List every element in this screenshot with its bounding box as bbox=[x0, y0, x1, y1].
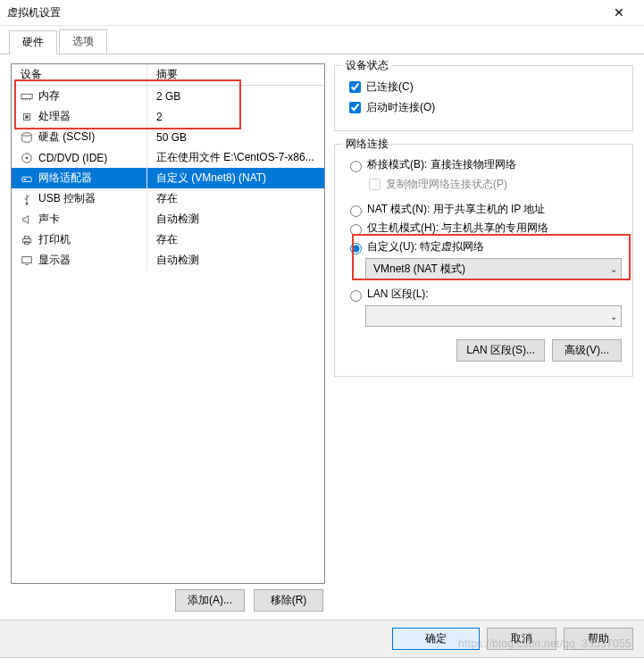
table-row[interactable]: 打印机存在 bbox=[12, 229, 324, 250]
device-name: 处理器 bbox=[38, 109, 71, 124]
chk-connect-poweron-label: 启动时连接(O) bbox=[366, 100, 435, 115]
radio-hostonly[interactable]: 仅主机模式(H): 与主机共享的专用网络 bbox=[346, 221, 622, 236]
left-pane: 设备 摘要 内存2 GB处理器2硬盘 (SCSI)50 GBCD/DVD (ID… bbox=[11, 63, 325, 612]
help-button[interactable]: 帮助 bbox=[564, 628, 633, 650]
chk-replicate: 复制物理网络连接状态(P) bbox=[365, 176, 622, 193]
device-name: 网络适配器 bbox=[38, 171, 92, 186]
device-summary: 50 GB bbox=[147, 127, 324, 147]
radio-custom[interactable]: 自定义(U): 特定虚拟网络 bbox=[346, 239, 622, 254]
chk-replicate-label: 复制物理网络连接状态(P) bbox=[386, 177, 507, 192]
table-row[interactable]: 网络适配器自定义 (VMnet8) (NAT) bbox=[12, 168, 324, 188]
printer-icon bbox=[21, 234, 33, 246]
device-buttons: 添加(A)... 移除(R) bbox=[11, 584, 325, 612]
network-extra-buttons: LAN 区段(S)... 高级(V)... bbox=[346, 339, 622, 362]
radio-custom-input[interactable] bbox=[350, 243, 362, 254]
footer: 确定 取消 帮助 bbox=[0, 620, 644, 657]
radio-custom-label: 自定义(U): 特定虚拟网络 bbox=[367, 239, 484, 254]
window-title: 虚拟机设置 bbox=[7, 5, 601, 21]
device-summary: 存在 bbox=[147, 188, 324, 209]
group-title-netconn: 网络连接 bbox=[342, 137, 392, 152]
radio-nat-label: NAT 模式(N): 用于共享主机的 IP 地址 bbox=[367, 202, 545, 217]
cancel-button[interactable]: 取消 bbox=[487, 628, 556, 650]
device-name: 内存 bbox=[38, 88, 60, 104]
svg-rect-6 bbox=[25, 115, 29, 119]
table-row[interactable]: 声卡自动检测 bbox=[12, 209, 324, 229]
chk-connected[interactable]: 已连接(C) bbox=[346, 79, 622, 96]
advanced-button[interactable]: 高级(V)... bbox=[552, 339, 622, 362]
device-name: CD/DVD (IDE) bbox=[38, 152, 107, 164]
table-row[interactable]: 硬盘 (SCSI)50 GB bbox=[12, 127, 324, 147]
svg-rect-10 bbox=[22, 177, 32, 181]
header-summary[interactable]: 摘要 bbox=[147, 64, 324, 85]
device-summary: 自定义 (VMnet8) (NAT) bbox=[147, 168, 324, 188]
custom-network-combo[interactable]: VMnet8 (NAT 模式) ⌄ bbox=[365, 258, 622, 279]
table-row[interactable]: 处理器2 bbox=[12, 106, 324, 127]
device-table: 设备 摘要 内存2 GB处理器2硬盘 (SCSI)50 GBCD/DVD (ID… bbox=[11, 63, 325, 584]
custom-combo-wrap: VMnet8 (NAT 模式) ⌄ bbox=[365, 258, 622, 279]
tab-hardware[interactable]: 硬件 bbox=[9, 30, 57, 54]
radio-nat[interactable]: NAT 模式(N): 用于共享主机的 IP 地址 bbox=[346, 202, 622, 217]
disk-icon bbox=[21, 131, 33, 144]
radio-hostonly-input[interactable] bbox=[350, 224, 362, 236]
svg-point-12 bbox=[26, 202, 29, 204]
table-row[interactable]: USB 控制器存在 bbox=[12, 188, 324, 209]
titlebar: 虚拟机设置 ✕ bbox=[0, 0, 644, 26]
group-device-status: 设备状态 已连接(C) 启动时连接(O) bbox=[334, 65, 633, 131]
svg-point-7 bbox=[22, 132, 32, 136]
sound-icon bbox=[21, 213, 33, 226]
lan-segment-combo: ⌄ bbox=[365, 305, 622, 327]
table-row[interactable]: CD/DVD (IDE)正在使用文件 E:\CentOS-7-x86... bbox=[12, 147, 324, 168]
device-name: 显示器 bbox=[38, 253, 71, 268]
table-row[interactable]: 显示器自动检测 bbox=[12, 250, 324, 271]
chk-connect-poweron-box[interactable] bbox=[349, 102, 361, 113]
table-header: 设备 摘要 bbox=[12, 64, 324, 86]
chk-connect-poweron[interactable]: 启动时连接(O) bbox=[346, 99, 622, 116]
device-name: USB 控制器 bbox=[38, 191, 96, 206]
device-summary: 正在使用文件 E:\CentOS-7-x86... bbox=[147, 147, 324, 168]
lan-segments-button[interactable]: LAN 区段(S)... bbox=[456, 339, 545, 362]
remove-button[interactable]: 移除(R) bbox=[254, 589, 323, 612]
device-summary: 2 GB bbox=[147, 86, 324, 106]
radio-lan-segment[interactable]: LAN 区段(L): bbox=[346, 287, 622, 302]
custom-network-value: VMnet8 (NAT 模式) bbox=[373, 262, 465, 277]
radio-lan-input[interactable] bbox=[350, 290, 362, 302]
chevron-down-icon: ⌄ bbox=[610, 264, 617, 274]
radio-nat-input[interactable] bbox=[350, 205, 362, 217]
lan-combo-wrap: ⌄ bbox=[365, 305, 622, 327]
cd-icon bbox=[21, 152, 33, 164]
radio-bridged-input[interactable] bbox=[350, 161, 362, 172]
vm-settings-window: 虚拟机设置 ✕ 硬件 选项 设备 摘要 内存2 GB处理器2硬盘 (SCSI)5… bbox=[0, 0, 644, 658]
svg-rect-11 bbox=[24, 179, 27, 180]
device-summary: 自动检测 bbox=[147, 209, 324, 229]
tab-options[interactable]: 选项 bbox=[59, 29, 107, 54]
device-summary: 2 bbox=[147, 106, 324, 127]
close-icon[interactable]: ✕ bbox=[601, 0, 637, 25]
device-summary: 存在 bbox=[147, 229, 324, 250]
chk-connected-box[interactable] bbox=[349, 81, 361, 93]
svg-rect-14 bbox=[24, 236, 29, 238]
tabs: 硬件 选项 bbox=[0, 26, 644, 54]
add-button[interactable]: 添加(A)... bbox=[175, 589, 245, 612]
svg-point-9 bbox=[26, 156, 29, 159]
device-name: 打印机 bbox=[38, 232, 71, 247]
table-body: 内存2 GB处理器2硬盘 (SCSI)50 GBCD/DVD (IDE)正在使用… bbox=[12, 86, 324, 583]
usb-icon bbox=[21, 193, 33, 205]
radio-bridged[interactable]: 桥接模式(B): 直接连接物理网络 bbox=[346, 157, 622, 172]
device-summary: 自动检测 bbox=[147, 250, 324, 271]
display-icon bbox=[21, 254, 33, 267]
device-name: 硬盘 (SCSI) bbox=[38, 129, 95, 145]
ok-button[interactable]: 确定 bbox=[392, 628, 480, 650]
table-row[interactable]: 内存2 GB bbox=[12, 86, 324, 106]
chevron-down-icon: ⌄ bbox=[610, 312, 617, 321]
device-name: 声卡 bbox=[38, 212, 60, 227]
header-device[interactable]: 设备 bbox=[12, 64, 147, 85]
radio-hostonly-label: 仅主机模式(H): 与主机共享的专用网络 bbox=[367, 221, 548, 236]
svg-rect-16 bbox=[22, 256, 32, 262]
content: 设备 摘要 内存2 GB处理器2硬盘 (SCSI)50 GBCD/DVD (ID… bbox=[0, 54, 644, 612]
radio-lan-label: LAN 区段(L): bbox=[367, 287, 429, 302]
right-pane: 设备状态 已连接(C) 启动时连接(O) 网络连接 桥接模式(B): 直接连接物… bbox=[334, 63, 633, 612]
svg-rect-0 bbox=[21, 94, 32, 98]
chk-connected-label: 已连接(C) bbox=[366, 79, 414, 95]
net-icon bbox=[21, 172, 33, 185]
memory-icon bbox=[21, 90, 33, 103]
